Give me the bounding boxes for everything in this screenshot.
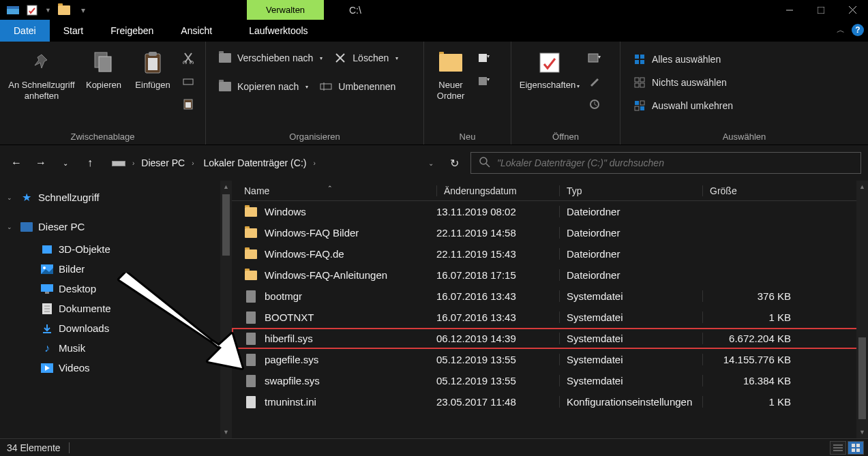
svg-rect-45 [42, 245, 52, 254]
edit-button[interactable] [586, 73, 603, 89]
column-header-size[interactable]: Größe [702, 185, 805, 196]
open-button[interactable]: ▾ [586, 50, 603, 66]
content-area: ⌄★Schnellzugriff⌄Dieser PC3D-ObjekteBild… [0, 181, 868, 438]
file-date: 16.07.2016 13:43 [436, 290, 559, 302]
pin-to-quick-access-button[interactable]: An Schnellzugriff anheften [4, 46, 79, 101]
tree-item-desktop[interactable]: Desktop [0, 279, 232, 299]
tree-item-schnellzugriff[interactable]: ⌄★Schnellzugriff [0, 187, 232, 207]
paste-shortcut-button[interactable] [180, 96, 196, 112]
sys-icon [244, 290, 258, 303]
breadcrumb-this-pc[interactable]: Dieser PC› [141, 157, 196, 168]
file-row[interactable]: hiberfil.sys06.12.2019 14:39Systemdatei6… [232, 328, 868, 349]
tree-item-bilder[interactable]: Bilder [0, 259, 232, 279]
refresh-button[interactable]: ↻ [443, 152, 465, 174]
svg-text:▾: ▾ [598, 54, 601, 60]
maximize-button[interactable] [805, 0, 837, 20]
tab-view[interactable]: Ansicht [167, 20, 226, 42]
new-folder-button[interactable]: Neuer Ordner [428, 46, 473, 101]
nav-forward-button[interactable]: → [31, 153, 50, 172]
column-header-name[interactable]: Name⌃ [239, 185, 436, 196]
tree-item-downloads[interactable]: Downloads [0, 318, 232, 338]
file-type: Dateiordner [559, 269, 702, 281]
cut-button[interactable] [180, 50, 196, 66]
view-details-button[interactable] [830, 441, 846, 455]
delete-button[interactable]: Löschen▾ [329, 48, 402, 67]
pc-icon [20, 222, 33, 232]
history-button[interactable] [586, 96, 603, 112]
minimize-button[interactable] [774, 0, 805, 20]
file-row[interactable]: Windows13.11.2019 08:02Dateiordner [232, 201, 868, 222]
svg-rect-21 [479, 54, 487, 62]
tab-file[interactable]: Datei [0, 20, 50, 42]
close-button[interactable] [837, 0, 868, 20]
file-row[interactable]: Windows-FAQ Bilder22.11.2019 14:58Dateio… [232, 222, 868, 243]
sidebar-scrollbar[interactable]: ▲▼ [220, 181, 232, 438]
file-row[interactable]: swapfile.sys05.12.2019 13:55Systemdatei1… [232, 370, 868, 391]
search-box[interactable] [470, 152, 861, 174]
tree-item-label: Musik [59, 342, 85, 354]
file-date: 22.11.2019 15:43 [436, 248, 559, 260]
address-dropdown-icon[interactable]: ⌄ [428, 159, 434, 167]
properties-button[interactable]: Eigenschaften▾ [515, 46, 584, 91]
svg-rect-48 [41, 284, 53, 292]
pin-label: An Schnellzugriff anheften [4, 80, 79, 101]
tab-home[interactable]: Start [50, 20, 98, 42]
copy-button[interactable]: Kopieren [79, 46, 128, 91]
breadcrumb-drive[interactable]: Lokaler Datenträger (C:)› [203, 157, 318, 168]
easy-access-button[interactable]: ▾ [476, 73, 492, 89]
tree-item-musik[interactable]: ♪Musik [0, 338, 232, 358]
move-to-button[interactable]: Verschieben nach▾ [214, 48, 327, 67]
copy-to-button[interactable]: Kopieren nach▾ [214, 77, 312, 96]
tree-item-dokumente[interactable]: Dokumente [0, 299, 232, 318]
rename-button[interactable]: Umbenennen [315, 77, 400, 96]
qat-customize-icon[interactable]: ▾ [81, 5, 85, 15]
file-row[interactable]: BOOTNXT16.07.2016 13:43Systemdatei1 KB [232, 307, 868, 328]
svg-rect-61 [852, 449, 855, 452]
delete-icon [333, 51, 347, 65]
manage-context-tab[interactable]: Verwalten [247, 0, 324, 20]
tab-drive-tools[interactable]: Laufwerktools [235, 20, 321, 42]
file-type: Dateiordner [559, 206, 702, 217]
paste-button[interactable]: Einfügen [128, 46, 177, 91]
nav-back-button[interactable]: ← [7, 153, 26, 172]
help-icon[interactable]: ? [852, 24, 864, 36]
move-to-icon [218, 51, 232, 65]
column-header-type[interactable]: Typ [559, 185, 702, 196]
nav-history-button[interactable]: ⌄ [56, 153, 75, 172]
copy-path-button[interactable] [180, 73, 196, 89]
file-type: Systemdatei [559, 290, 702, 302]
tree-item-videos[interactable]: Videos [0, 358, 232, 378]
address-bar[interactable]: › Dieser PC› Lokaler Datenträger (C:)› ⌄ [105, 152, 438, 174]
view-large-icons-button[interactable] [848, 441, 864, 455]
svg-rect-4 [818, 7, 824, 14]
ribbon-group-organize-label: Organisieren [210, 130, 419, 143]
properties-label: Eigenschaften [520, 80, 575, 90]
sys-icon [244, 353, 258, 367]
file-name: BOOTNXT [265, 311, 314, 323]
qat-folder-icon[interactable] [58, 4, 70, 16]
column-header-date[interactable]: Änderungsdatum [436, 185, 559, 196]
new-item-button[interactable]: ▾ [476, 50, 492, 66]
tab-share[interactable]: Freigeben [97, 20, 167, 42]
ribbon-collapse-icon[interactable]: ︿ [837, 25, 845, 36]
invert-selection-button[interactable]: Auswahl umkehren [629, 96, 737, 115]
list-scrollbar[interactable]: ▲▼ [856, 181, 868, 438]
qat-dropdown-icon[interactable]: ▼ [45, 7, 51, 14]
file-row[interactable]: bootmgr16.07.2016 13:43Systemdatei376 KB [232, 286, 868, 307]
folder-icon [244, 269, 258, 282]
search-input[interactable] [497, 157, 852, 168]
tree-item-3d-objekte[interactable]: 3D-Objekte [0, 239, 232, 259]
file-row[interactable]: tmuninst.ini23.05.2017 11:48Konfiguratio… [232, 391, 868, 412]
file-row[interactable]: pagefile.sys05.12.2019 13:55Systemdatei1… [232, 349, 868, 370]
tree-item-label: Schnellzugriff [38, 192, 100, 203]
file-row[interactable]: Windows-FAQ.de22.11.2019 15:43Dateiordne… [232, 243, 868, 264]
qat-properties-icon[interactable] [26, 4, 38, 16]
tree-item-dieser-pc[interactable]: ⌄Dieser PC [0, 217, 232, 237]
sys-icon [244, 374, 258, 388]
select-none-button[interactable]: Nichts auswählen [629, 73, 731, 92]
svg-rect-32 [640, 60, 644, 64]
ini-icon [244, 395, 258, 409]
select-all-button[interactable]: Alles auswählen [629, 50, 725, 69]
nav-up-button[interactable]: ↑ [80, 153, 100, 172]
file-row[interactable]: Windows-FAQ-Anleitungen16.07.2018 17:15D… [232, 264, 868, 286]
